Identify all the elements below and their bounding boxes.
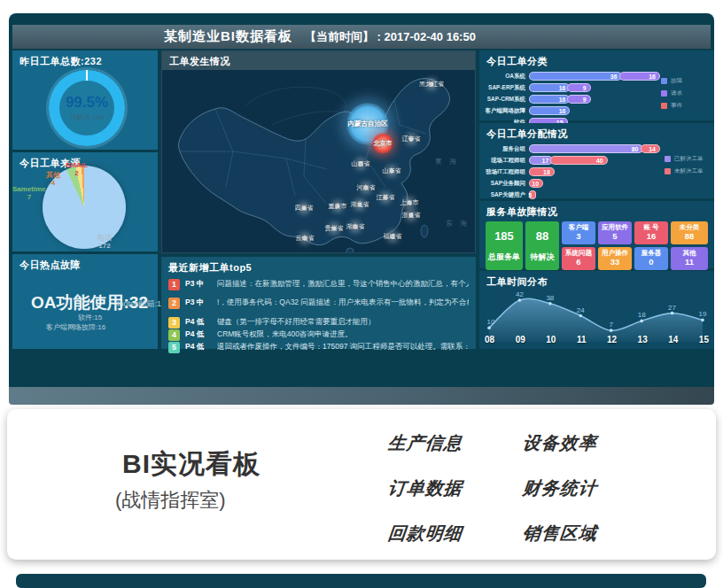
bar-segment: 5 [529, 190, 536, 199]
pie-slice-name: Sametime [12, 185, 46, 193]
pie-slice-name: 电话 [97, 234, 112, 242]
bar-segment: 9 [567, 83, 590, 92]
top5-description: !，使用事务代码：QA32 问题描述：用户来电表示有一批物料，判定为不合格，在S… [217, 298, 469, 308]
tile-value: 11 [685, 258, 694, 267]
footer-menu-item[interactable]: 财务统计 [522, 476, 657, 500]
bar-track: 10 [529, 179, 663, 188]
hotspot-word: 软件:15 [78, 313, 102, 322]
legend-swatch [661, 78, 667, 84]
bar-track: 5 [529, 190, 663, 199]
map-spot-label: 辽宁省 [402, 135, 421, 143]
panel-today-assign: 今日工单分配情况 服务台组8014现场工程师组1740驻场IT工程师组18SAP… [479, 123, 714, 198]
bar-segment: 18 [529, 167, 555, 176]
bottom-accent-bar [16, 574, 706, 588]
bar-row: SAP-ERP系统169 [485, 83, 663, 92]
hotspot-word: 客户端网络故障:16 [46, 322, 105, 332]
bar-row: SAP-CRM系统169 [485, 95, 663, 104]
fault-tile: 用户操作33 [598, 247, 632, 270]
pie-slice-value: 4 [46, 179, 60, 187]
map-sea-label: 东 海 [446, 219, 470, 228]
map-spot-label: 山东省 [383, 166, 401, 175]
legend-swatch [661, 103, 667, 109]
fault-total-tile: 185总服务单 [486, 221, 523, 270]
page: 某制造业BI数据看板 【当前时间】 : 2017-02-40 16:50 昨日工… [0, 0, 723, 588]
footer-title: BI实况看板 [122, 446, 260, 483]
map-spot-label: 浙江省 [402, 211, 421, 220]
pie-slice-value: 2 [66, 169, 88, 177]
panel-time-distribution: 工单时间分布 104238247182719 0809101112131415 [479, 271, 714, 349]
panel-today-classify: 今日工单分类 OA系统3616SAP-ERP系统169SAP-CRM系统169客… [479, 50, 714, 120]
tile-value: 6 [576, 258, 580, 267]
map-spot-label: 重庆市 [329, 202, 347, 211]
top5-priority: P3 中 [185, 279, 212, 290]
map-spot-label: 黑龙江省 [419, 80, 444, 89]
bar-row-label: OA系统 [485, 73, 529, 81]
top5-row: 3P4 低键盘（第一排字母不好用经常需要重启才能用） [168, 317, 469, 328]
donut-chart: 99.5% 已解决:199 [49, 70, 125, 146]
bar-row: 客户端网络故障16 [485, 106, 663, 115]
bar-segment: 9 [567, 95, 590, 104]
time-x-label: 15 [699, 335, 709, 344]
dashboard-header: 某制造业BI数据看板 【当前时间】 : 2017-02-40 16:50 [12, 25, 711, 49]
bar-track: 16 [529, 106, 663, 115]
panel-map: 工单发生情况 黑龙江省辽宁省山西省山东省河南省江苏省上海市浙江省四川省重庆市湖北… [161, 50, 476, 253]
top5-priority: P4 低 [185, 342, 212, 352]
tile-value: 33 [610, 258, 620, 267]
footer-menu-item[interactable]: 销售区域 [522, 522, 657, 545]
footer-card: BI实况看板 (战情指挥室) 生产信息设备效率订单数据财务统计回款明细销售区域 [7, 409, 716, 560]
top5-row: 2P3 中!，使用事务代码：QA32 问题描述：用户来电表示有一批物料，判定为不… [168, 298, 469, 308]
dashboard-current-time: 【当前时间】 : 2017-02-40 16:50 [305, 29, 476, 45]
pie-slice-value: 7 [12, 193, 46, 201]
bar-track: 8014 [529, 144, 663, 153]
legend-item: 已解决工单 [665, 155, 711, 163]
footer-menu-item[interactable]: 回款明细 [387, 522, 523, 545]
map-spot-label: 江苏省 [377, 193, 395, 202]
bar-row-label: SAP-ERP系统 [485, 84, 529, 92]
china-map-outline [162, 70, 475, 252]
bar-segment: 36 [529, 72, 622, 81]
svg-text:18: 18 [638, 311, 646, 319]
fault-tile: 其他11 [671, 247, 708, 270]
pie-slice-label: Sametime7 [12, 185, 46, 201]
time-x-label: 14 [668, 335, 678, 344]
map-spot-label: 云南省 [296, 234, 315, 243]
map-sea-label: 黄 海 [435, 157, 459, 166]
bar-segment: 14 [641, 144, 660, 153]
footer-menu-item[interactable]: 设备效率 [522, 431, 657, 455]
panel-today-source: 今日工单来源 EMAIL2其他4Sametime7电话172 [12, 152, 158, 251]
top5-row: 4P4 低CRM账号权限，来电400咨询申请进度。 [168, 329, 469, 340]
tile-value: 16 [647, 232, 657, 242]
donut-percent: 99.5% [66, 94, 108, 112]
bar-row-label: 驻场IT工程师组 [485, 168, 529, 176]
top5-rank-badge: 5 [168, 342, 180, 353]
map-bubble-label: 北京市 [374, 139, 393, 148]
bar-track: 3616 [529, 72, 663, 81]
svg-text:10: 10 [487, 318, 495, 326]
tile-label: 待解决 [531, 252, 555, 261]
assign-legend: 已解决工单未解决工单 [665, 155, 711, 175]
panel-title: 工单发生情况 [162, 51, 475, 70]
map-spot-label: 四川省 [295, 204, 314, 213]
tile-value: 3 [576, 232, 580, 242]
bar-row-label: 现场工程师组 [485, 157, 529, 165]
fault-tile: 未分类88 [671, 221, 708, 244]
time-x-axis: 0809101112131415 [485, 335, 709, 344]
bar-segment: 10 [529, 179, 543, 188]
map-spot-label: 湖南省 [346, 222, 365, 231]
svg-text:19: 19 [699, 310, 707, 318]
svg-text:7: 7 [609, 321, 613, 329]
bar-row: 驻场IT工程师组18 [485, 167, 663, 176]
map-bubble-beijing: 北京市 [372, 133, 393, 154]
footer-menu-item[interactable]: 订单数据 [387, 476, 523, 500]
monitor-base-bar [9, 387, 714, 405]
bar-row: 服务台组8014 [485, 144, 663, 153]
bar-row-label: SAP-CRM系统 [485, 96, 529, 104]
top5-rank-badge: 2 [168, 298, 180, 309]
time-x-label: 13 [638, 335, 648, 344]
top5-row: 1P3 中问题描述：在新激励管理，激励汇总里，导这个销售中心的激励汇总，有个人（… [168, 279, 469, 290]
time-x-label: 08 [485, 335, 494, 344]
legend-label: 故障 [671, 77, 682, 85]
map-spot-label: 上海市 [400, 198, 419, 207]
footer-menu-item[interactable]: 生产信息 [387, 431, 523, 455]
bar-row: OA系统3616 [485, 72, 663, 81]
